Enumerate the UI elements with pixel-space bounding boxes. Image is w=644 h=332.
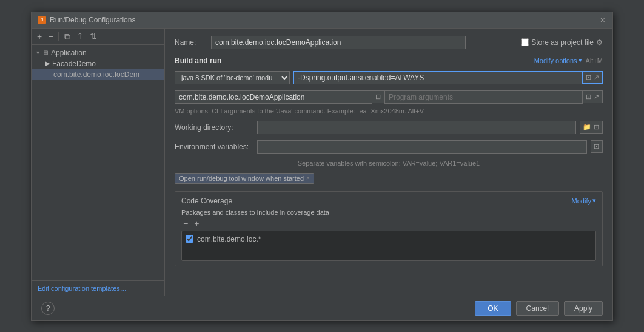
coverage-remove-button[interactable]: − <box>181 219 190 228</box>
toolbar-divider <box>58 32 59 41</box>
modify-coverage-label: Modify <box>572 197 591 205</box>
add-config-button[interactable]: + <box>35 31 44 42</box>
tree-arrow-application: ▾ <box>36 49 39 56</box>
coverage-toolbar: − + <box>181 219 596 228</box>
vm-input-icons: ⊡ ↗ <box>583 71 603 84</box>
application-icon: 🖥 <box>42 49 49 56</box>
coverage-item-checkbox[interactable] <box>186 235 193 243</box>
gear-icon[interactable]: ⚙ <box>596 38 603 47</box>
tool-window-tag: Open run/debug tool window when started … <box>175 173 314 184</box>
tag-row: Open run/debug tool window when started … <box>175 173 603 184</box>
modify-options-label: Modify options <box>534 57 577 64</box>
modify-options-link[interactable]: Modify options ▾ Alt+M <box>534 56 603 64</box>
tag-close-button[interactable]: × <box>306 175 310 181</box>
prog-args-icons: ⊡ ↗ <box>583 90 603 103</box>
footer-buttons: OK Cancel Apply <box>475 301 603 316</box>
prog-args-input[interactable] <box>384 90 583 104</box>
vm-open-icon[interactable]: ↗ <box>593 73 600 82</box>
packages-label: Packages and classes to include in cover… <box>181 209 596 216</box>
title-bar: J Run/Debug Configurations × <box>32 12 612 29</box>
coverage-list: com.bite.demo.ioc.* <box>181 231 596 261</box>
config-tree: ▾ 🖥 Application ▶ FacadeDemo com.bite.de… <box>32 45 164 280</box>
cancel-button[interactable]: Cancel <box>516 301 559 316</box>
main-class-icons: ⊡ <box>372 90 384 103</box>
ok-button[interactable]: OK <box>475 301 511 316</box>
tree-item-ioc[interactable]: com.bite.demo.ioc.IocDem <box>32 69 164 80</box>
modify-shortcut: Alt+M <box>586 57 603 64</box>
copy-config-button[interactable]: ⧉ <box>62 31 72 42</box>
move-config-button[interactable]: ⇧ <box>75 31 86 42</box>
left-toolbar: + − ⧉ ⇧ ⇅ <box>32 29 164 45</box>
vm-input-row: ⊡ ↗ <box>293 71 603 84</box>
ioc-label: com.bite.demo.ioc.IocDem <box>53 70 139 79</box>
vm-options-input[interactable] <box>293 71 583 84</box>
modify-coverage-link[interactable]: Modify ▾ <box>572 197 596 205</box>
working-dir-browse-icon[interactable]: 📁 <box>582 123 592 132</box>
left-panel: + − ⧉ ⇧ ⇅ ▾ 🖥 Application ▶ FacadeDemo <box>32 29 165 296</box>
main-class-expand-icon[interactable]: ⊡ <box>375 92 381 101</box>
env-vars-label: Environment variables: <box>175 143 253 151</box>
run-debug-dialog: J Run/Debug Configurations × + − ⧉ ⇧ ⇅ ▾… <box>31 12 613 321</box>
name-input[interactable] <box>211 36 466 49</box>
store-checkbox[interactable] <box>521 38 529 46</box>
working-dir-row: Working directory: 📁 ⊡ <box>175 121 603 134</box>
env-vars-icons: ⊡ <box>591 140 603 153</box>
help-button[interactable]: ? <box>41 302 55 315</box>
application-label: Application <box>51 49 87 57</box>
dialog-icon: J <box>38 16 46 24</box>
env-expand-icon[interactable]: ⊡ <box>593 142 600 151</box>
sdk-select[interactable]: java 8 SDK of 'ioc-demo' modu <box>175 71 290 84</box>
vm-expand-icon[interactable]: ⊡ <box>585 73 592 82</box>
facade-label: FacadeDemo <box>52 59 96 68</box>
close-button[interactable]: × <box>599 16 606 24</box>
dialog-footer: ? OK Cancel Apply <box>32 296 612 320</box>
apply-button[interactable]: Apply <box>564 301 603 316</box>
name-label: Name: <box>175 38 205 47</box>
prog-expand-icon[interactable]: ⊡ <box>585 92 592 101</box>
sort-config-button[interactable]: ⇅ <box>88 31 99 42</box>
working-dir-input[interactable] <box>257 121 576 134</box>
coverage-item: com.bite.demo.ioc.* <box>186 234 592 245</box>
title-bar-left: J Run/Debug Configurations <box>38 16 135 24</box>
env-hint: Separate variables with semicolon: VAR=v… <box>175 160 603 167</box>
coverage-header: Code Coverage Modify ▾ <box>181 197 596 205</box>
coverage-chevron-icon: ▾ <box>592 197 596 205</box>
store-row: Store as project file ⚙ <box>521 38 603 47</box>
facade-icon: ▶ <box>45 59 50 67</box>
vm-hint: VM options. CLI arguments to the 'Java' … <box>175 107 603 115</box>
tag-label: Open run/debug tool window when started <box>179 175 304 182</box>
edit-config-link[interactable]: Edit configuration templates… <box>32 280 164 296</box>
code-coverage-section: Code Coverage Modify ▾ Packages and clas… <box>175 191 603 266</box>
build-run-header: Build and run Modify options ▾ Alt+M <box>175 56 603 65</box>
main-class-input[interactable] <box>175 90 372 104</box>
tree-item-application[interactable]: ▾ 🖥 Application <box>32 47 164 58</box>
main-class-row: ⊡ ⊡ ↗ <box>175 90 603 104</box>
build-run-title: Build and run <box>175 56 221 65</box>
prog-open-icon[interactable]: ↗ <box>593 92 600 101</box>
chevron-down-icon: ▾ <box>579 56 582 64</box>
name-row: Name: Store as project file ⚙ <box>175 36 603 49</box>
coverage-add-button[interactable]: + <box>192 219 201 228</box>
store-label: Store as project file <box>531 38 594 47</box>
dialog-body: + − ⧉ ⇧ ⇅ ▾ 🖥 Application ▶ FacadeDemo <box>32 29 612 296</box>
code-coverage-title: Code Coverage <box>181 197 232 205</box>
working-dir-expand-icon[interactable]: ⊡ <box>593 123 600 132</box>
right-panel: Name: Store as project file ⚙ Build and … <box>165 29 612 296</box>
dialog-title: Run/Debug Configurations <box>50 16 135 24</box>
remove-config-button[interactable]: − <box>46 31 55 42</box>
env-vars-row: Environment variables: ⊡ <box>175 140 603 154</box>
sdk-vm-row: java 8 SDK of 'ioc-demo' modu ⊡ ↗ <box>175 71 603 84</box>
working-dir-label: Working directory: <box>175 123 253 132</box>
env-vars-input[interactable] <box>257 140 587 154</box>
coverage-item-label: com.bite.demo.ioc.* <box>197 235 261 243</box>
working-dir-icons: 📁 ⊡ <box>580 121 603 134</box>
tree-item-facade[interactable]: ▶ FacadeDemo <box>32 58 164 69</box>
